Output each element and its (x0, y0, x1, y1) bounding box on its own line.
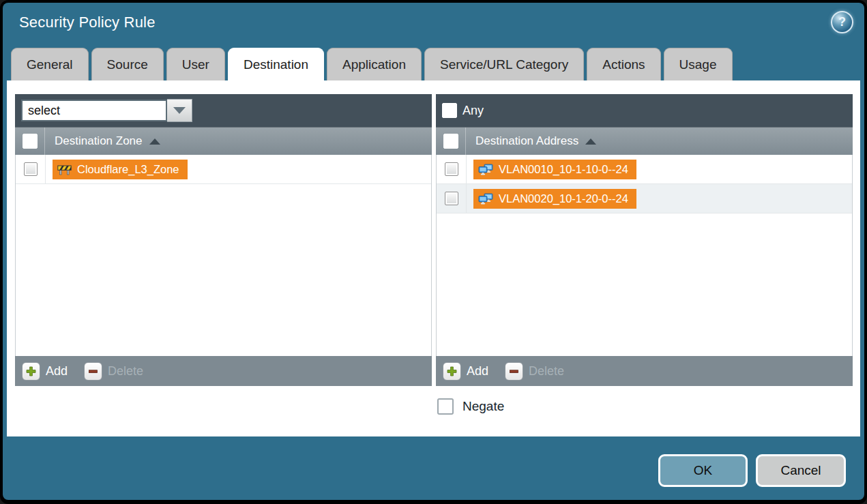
help-icon[interactable]: ? (831, 11, 853, 33)
destination-address-panel: Any Destination Address (436, 94, 853, 386)
zone-barricade-icon (57, 164, 72, 175)
zone-list: Cloudflare_L3_Zone (15, 155, 432, 356)
address-list: VLAN0010_10-1-10-0--24 (436, 155, 853, 356)
dialog-title: Security Policy Rule (19, 14, 156, 31)
negate-checkbox[interactable] (437, 398, 454, 415)
dialog-frame: Security Policy Rule ? General Source Us… (0, 0, 867, 504)
negate-control: Negate (437, 398, 504, 415)
address-row-label: VLAN0020_10-1-20-0--24 (499, 192, 628, 205)
zone-chip[interactable]: Cloudflare_L3_Zone (53, 160, 188, 179)
address-delete-button[interactable]: Delete (505, 362, 564, 381)
network-address-icon (478, 193, 493, 205)
address-column-header[interactable]: Destination Address (466, 128, 596, 155)
tab-user[interactable]: User (166, 48, 225, 80)
chevron-down-icon (173, 107, 186, 114)
address-chip[interactable]: VLAN0020_10-1-20-0--24 (473, 189, 636, 209)
address-column-header-row: Destination Address (436, 127, 853, 155)
sort-ascending-icon (585, 138, 596, 145)
tab-bar: General Source User Destination Applicat… (11, 48, 733, 80)
address-row[interactable]: VLAN0010_10-1-10-0--24 (437, 155, 852, 184)
any-label: Any (462, 104, 484, 118)
zone-panel-footer: Add Delete (15, 356, 432, 386)
address-row-label: VLAN0010_10-1-10-0--24 (499, 163, 628, 176)
zone-row[interactable]: Cloudflare_L3_Zone (16, 155, 431, 184)
tab-general[interactable]: General (11, 48, 89, 80)
tab-service-url-category[interactable]: Service/URL Category (424, 48, 584, 80)
address-row-checkbox[interactable] (445, 192, 458, 205)
zone-row-label: Cloudflare_L3_Zone (77, 163, 179, 176)
address-panel-header: Any (436, 94, 853, 127)
ok-button[interactable]: OK (658, 454, 748, 487)
zone-filter-select[interactable] (21, 99, 192, 122)
address-row[interactable]: VLAN0020_10-1-20-0--24 (437, 184, 852, 213)
zone-add-button[interactable]: Add (22, 362, 68, 381)
address-row-checkbox[interactable] (445, 162, 458, 176)
network-address-icon (478, 164, 493, 175)
address-select-all-checkbox[interactable] (443, 134, 458, 149)
zone-row-checkbox[interactable] (24, 162, 38, 176)
zone-filter-input[interactable] (21, 100, 167, 121)
zone-select-all-checkbox[interactable] (23, 134, 38, 149)
address-chip[interactable]: VLAN0010_10-1-10-0--24 (473, 160, 636, 179)
address-panel-footer: Add Delete (436, 356, 853, 386)
tab-destination[interactable]: Destination (228, 48, 324, 80)
destination-zone-panel: Destination Zone (15, 94, 432, 386)
tab-usage[interactable]: Usage (664, 48, 733, 80)
negate-label: Negate (462, 399, 504, 414)
add-plus-icon (22, 362, 40, 381)
security-policy-rule-dialog: Security Policy Rule ? General Source Us… (3, 3, 864, 500)
zone-column-header[interactable]: Destination Zone (45, 128, 160, 155)
add-plus-icon (443, 362, 461, 381)
delete-minus-icon (84, 362, 102, 381)
zone-column-header-row: Destination Zone (15, 127, 432, 155)
any-checkbox[interactable] (442, 103, 457, 118)
cancel-button[interactable]: Cancel (756, 454, 846, 487)
tab-source[interactable]: Source (91, 48, 164, 80)
zone-panel-header (15, 94, 432, 127)
zone-delete-button[interactable]: Delete (84, 362, 143, 381)
address-add-button[interactable]: Add (443, 362, 488, 381)
tab-application[interactable]: Application (327, 48, 422, 80)
sort-ascending-icon (149, 138, 160, 145)
delete-minus-icon (505, 362, 523, 381)
zone-filter-dropdown-button[interactable] (167, 99, 192, 122)
tab-content-destination: Destination Zone (7, 80, 860, 436)
help-glyph: ? (838, 15, 846, 29)
tab-actions[interactable]: Actions (587, 48, 660, 80)
